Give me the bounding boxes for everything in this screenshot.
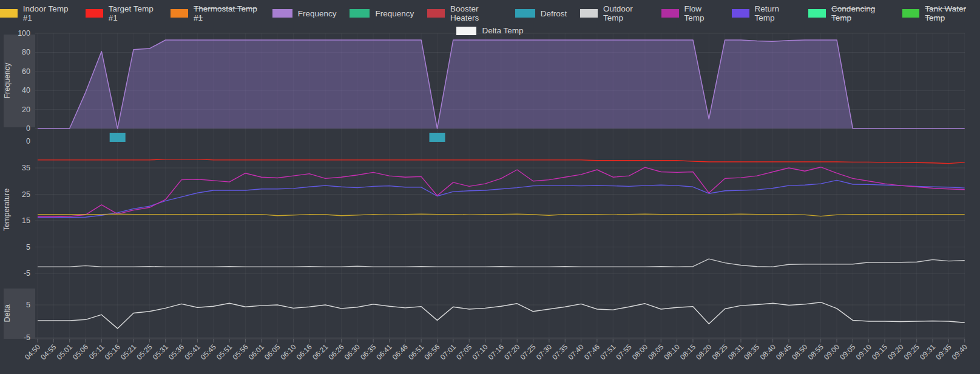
x-tick-label: 06:30 — [343, 342, 362, 361]
status-row-zero-label: 0 — [26, 137, 30, 145]
x-tick-label: 05:36 — [167, 342, 186, 361]
x-tick-label: 07:25 — [519, 342, 538, 361]
x-tick-label: 06:16 — [295, 342, 314, 361]
x-tick-label: 05:11 — [87, 342, 106, 361]
legend-swatch-icon — [272, 9, 292, 18]
legend-swatch-icon — [661, 9, 679, 18]
x-tick-label: 08:00 — [630, 342, 649, 361]
x-tick-label: 05:01 — [55, 342, 74, 361]
legend-label: Condencing Temp — [831, 4, 888, 22]
temperature-y-tick-label: 25 — [22, 190, 30, 199]
x-tick-label: 09:40 — [950, 342, 969, 361]
chart-legend: Indoor Temp #1Target Temp #1Thermostat T… — [0, 4, 980, 35]
x-tick-label: 07:46 — [583, 342, 601, 361]
x-tick-label: 06:10 — [279, 342, 297, 361]
x-tick-label: 08:15 — [678, 342, 697, 361]
x-tick-label: 07:16 — [487, 342, 505, 361]
x-tick-label: 07:35 — [550, 342, 569, 361]
delta-y-tick-label: -5 — [24, 333, 30, 342]
x-tick-label: 05:56 — [231, 342, 249, 361]
legend-label: Delta Temp — [482, 26, 523, 35]
x-tick-label: 04:50 — [23, 342, 42, 361]
x-tick-label: 05:06 — [71, 342, 90, 361]
panel-title-frequency: Frequency — [3, 62, 12, 99]
legend-item-indoor-temp-1[interactable]: Indoor Temp #1 — [0, 4, 72, 22]
chart-app: Indoor Temp #1Target Temp #1Thermostat T… — [0, 0, 980, 374]
x-tick-label: 08:05 — [646, 342, 665, 361]
x-tick-label: 05:41 — [183, 342, 201, 361]
legend-label: Frequency — [375, 9, 414, 18]
legend-swatch-icon — [580, 9, 598, 18]
legend-row: Delta Temp — [456, 26, 523, 35]
legend-swatch-icon — [427, 9, 445, 18]
x-tick-label: 06:41 — [374, 342, 393, 361]
x-tick-label: 07:01 — [439, 342, 458, 361]
x-tick-label: 07:05 — [455, 342, 473, 361]
x-tick-label: 04:55 — [39, 342, 58, 361]
x-tick-label: 09:20 — [886, 342, 905, 361]
legend-item-target-temp-1[interactable]: Target Temp #1 — [86, 4, 157, 22]
legend-label: Target Temp #1 — [109, 4, 158, 22]
x-tick-label: 07:55 — [615, 342, 634, 361]
legend-item-tank-water-temp[interactable]: Tank Water Temp — [902, 4, 980, 22]
defrost-marker — [430, 133, 445, 142]
legend-swatch-icon — [902, 9, 920, 18]
x-tick-label: 09:10 — [854, 342, 873, 361]
legend-item-frequency[interactable]: Frequency — [350, 9, 414, 18]
x-tick-label: 05:16 — [103, 342, 122, 361]
x-tick-label: 09:15 — [870, 342, 889, 361]
x-tick-label: 09:35 — [934, 342, 953, 361]
legend-label: Frequency — [298, 9, 337, 18]
chart-canvas[interactable]: 1008060402003525155-55-50FrequencyTemper… — [0, 0, 980, 374]
legend-item-return-temp[interactable]: Return Temp — [732, 4, 795, 22]
legend-label: Flow Temp — [684, 4, 718, 22]
x-tick-label: 09:25 — [902, 342, 921, 361]
legend-swatch-icon — [350, 9, 370, 18]
legend-label: Thermostat Temp #1 — [194, 4, 259, 22]
x-tick-label: 08:31 — [726, 342, 745, 361]
x-tick-label: 06:05 — [263, 342, 282, 361]
x-tick-label: 08:40 — [759, 342, 777, 361]
x-tick-label: 07:30 — [535, 342, 553, 361]
legend-swatch-icon — [86, 9, 103, 18]
temperature-y-tick-label: 35 — [22, 164, 30, 172]
frequency-y-tick-label: 80 — [22, 48, 30, 56]
panel-title-temperature: Temperature — [2, 189, 11, 231]
x-tick-label: 05:31 — [151, 342, 170, 361]
legend-label: Return Temp — [755, 4, 796, 22]
x-tick-label: 05:45 — [199, 342, 218, 361]
legend-swatch-icon — [171, 9, 188, 18]
x-tick-label: 06:51 — [407, 342, 425, 361]
legend-item-thermostat-temp-1[interactable]: Thermostat Temp #1 — [171, 4, 259, 22]
legend-item-defrost[interactable]: Defrost — [515, 9, 567, 18]
legend-swatch-icon — [0, 9, 18, 18]
legend-label: Outdoor Temp — [603, 4, 648, 22]
frequency-y-tick-label: 40 — [22, 86, 30, 95]
legend-item-frequency[interactable]: Frequency — [272, 9, 337, 18]
legend-item-delta-temp[interactable]: Delta Temp — [456, 26, 523, 35]
x-tick-label: 08:20 — [694, 342, 713, 361]
x-tick-label: 05:25 — [135, 342, 154, 361]
x-tick-label: 06:26 — [326, 342, 345, 361]
temperature-y-tick-label: 15 — [22, 216, 30, 225]
x-tick-label: 09:05 — [838, 342, 857, 361]
x-tick-label: 05:51 — [215, 342, 234, 361]
x-tick-label: 06:35 — [359, 342, 377, 361]
legend-swatch-icon — [732, 9, 749, 18]
x-tick-label: 08:25 — [711, 342, 729, 361]
legend-item-condencing-temp[interactable]: Condencing Temp — [808, 4, 888, 22]
x-tick-label: 09:31 — [918, 342, 937, 361]
x-tick-label: 05:21 — [119, 342, 138, 361]
legend-item-outdoor-temp[interactable]: Outdoor Temp — [580, 4, 648, 22]
x-tick-label: 06:56 — [422, 342, 441, 361]
panel-title-delta: Delta — [3, 304, 12, 322]
legend-item-flow-temp[interactable]: Flow Temp — [661, 4, 718, 22]
legend-label: Indoor Temp #1 — [23, 4, 72, 22]
legend-label: Tank Water Temp — [925, 4, 980, 22]
temperature-y-tick-label: -5 — [24, 269, 30, 278]
frequency-y-tick-label: 60 — [22, 67, 30, 76]
frequency-y-tick-label: 0 — [26, 124, 30, 133]
legend-item-booster-heaters[interactable]: Booster Heaters — [427, 4, 501, 22]
x-tick-label: 08:45 — [774, 342, 793, 361]
x-tick-label: 09:00 — [822, 342, 841, 361]
